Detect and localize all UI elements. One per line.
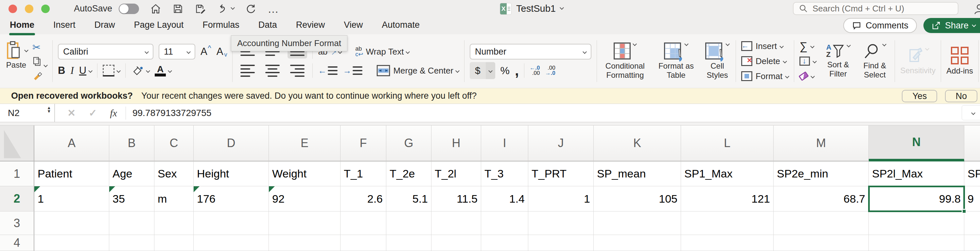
cell-C3[interactable] xyxy=(154,211,194,235)
cell-K2[interactable]: 105 xyxy=(594,186,681,211)
cell-D2[interactable]: 176 xyxy=(194,186,269,211)
cell-H4[interactable] xyxy=(431,235,481,251)
cell-A3[interactable] xyxy=(34,211,109,235)
fill-button[interactable] xyxy=(799,54,816,68)
column-header-A[interactable]: A xyxy=(34,126,109,162)
undo-icon[interactable] xyxy=(217,3,234,14)
cell-F3[interactable] xyxy=(340,211,386,235)
column-header-J[interactable]: J xyxy=(528,126,594,162)
cell-I2[interactable]: 1.4 xyxy=(481,186,528,211)
column-header-D[interactable]: D xyxy=(194,126,269,162)
home-icon[interactable] xyxy=(150,3,161,14)
row-header-4[interactable]: 4 xyxy=(0,235,34,251)
cell-H3[interactable] xyxy=(431,211,481,235)
cell-O1[interactable]: SP xyxy=(964,162,980,186)
yes-button[interactable]: Yes xyxy=(902,90,937,102)
increase-indent-button[interactable]: → xyxy=(343,66,363,76)
cell-C4[interactable] xyxy=(154,235,194,251)
underline-button[interactable]: U xyxy=(79,65,92,76)
increase-font-size-button[interactable]: A xyxy=(200,46,211,57)
cell-J1[interactable]: T_PRT xyxy=(528,162,594,186)
font-name-select[interactable]: Calibri xyxy=(58,44,153,59)
column-header-H[interactable]: H xyxy=(431,126,481,162)
cell-F1[interactable]: T_1 xyxy=(340,162,386,186)
column-header-F[interactable]: F xyxy=(340,126,386,162)
cell-L4[interactable] xyxy=(681,235,773,251)
cell-E2[interactable]: 92 xyxy=(269,186,340,211)
cell-D3[interactable] xyxy=(194,211,269,235)
name-box[interactable]: N2 ▲▼ xyxy=(0,104,55,122)
share-dropdown-icon[interactable] xyxy=(972,23,976,27)
clear-button[interactable] xyxy=(799,68,816,84)
tab-view[interactable]: View xyxy=(344,20,363,32)
close-window-button[interactable] xyxy=(8,5,17,13)
cell-F4[interactable] xyxy=(340,235,386,251)
addins-button[interactable]: Add-ins xyxy=(946,47,973,76)
tab-review[interactable]: Review xyxy=(296,20,325,32)
cell-C2[interactable]: m xyxy=(154,186,194,211)
fill-color-button[interactable] xyxy=(131,64,150,77)
cell-H1[interactable]: T_2l xyxy=(431,162,481,186)
cell-D4[interactable] xyxy=(194,235,269,251)
cell-D1[interactable]: Height xyxy=(194,162,269,186)
cell-H2[interactable]: 11.5 xyxy=(431,186,481,211)
cell-E3[interactable] xyxy=(269,211,340,235)
cell-G4[interactable] xyxy=(386,235,431,251)
align-center-button[interactable] xyxy=(262,62,282,79)
cell-C1[interactable]: Sex xyxy=(154,162,194,186)
name-box-stepper[interactable]: ▲▼ xyxy=(47,106,51,113)
document-title[interactable]: TestSub1 xyxy=(516,3,556,14)
no-button[interactable]: No xyxy=(945,90,977,102)
align-left-button[interactable] xyxy=(238,62,258,79)
paste-dropdown-icon[interactable] xyxy=(24,48,29,52)
fill-handle[interactable] xyxy=(962,209,967,214)
column-header-M[interactable]: M xyxy=(773,126,869,162)
delete-cells-button[interactable]: Delete xyxy=(741,54,789,68)
cell-N2[interactable]: 99.8 xyxy=(869,186,964,211)
document-title-area[interactable]: X TestSub1 xyxy=(500,0,563,17)
wrap-text-button[interactable]: abc↩ Wrap Text xyxy=(355,46,409,57)
row-header-3[interactable]: 3 xyxy=(0,211,34,235)
paste-button[interactable]: Paste xyxy=(5,40,28,70)
comma-style-button[interactable]: , xyxy=(515,67,519,74)
cell-K3[interactable] xyxy=(594,211,681,235)
tab-draw[interactable]: Draw xyxy=(94,20,115,32)
find-select-button[interactable]: Find & Select xyxy=(860,43,889,79)
cell-E4[interactable] xyxy=(269,235,340,251)
comments-button[interactable]: Comments xyxy=(843,18,917,33)
autosave-toggle[interactable] xyxy=(119,3,139,14)
conditional-formatting-button[interactable]: Conditional Formatting xyxy=(602,43,648,80)
cell-B1[interactable]: Age xyxy=(109,162,154,186)
enter-icon[interactable]: ✓ xyxy=(89,107,97,119)
font-color-button[interactable]: A xyxy=(155,65,172,76)
account-icon[interactable] xyxy=(973,3,980,17)
zoom-window-button[interactable] xyxy=(41,5,50,13)
share-button[interactable]: Share xyxy=(923,18,980,33)
cell-I3[interactable] xyxy=(481,211,528,235)
save-icon[interactable] xyxy=(172,3,183,14)
select-all-corner[interactable] xyxy=(0,126,34,162)
cell-A2[interactable]: 1 xyxy=(34,186,109,211)
cell-L1[interactable]: SP1_Max xyxy=(681,162,773,186)
insert-cells-button[interactable]: Insert xyxy=(741,38,789,54)
cell-O2[interactable]: 9 xyxy=(964,186,980,211)
align-right-button[interactable] xyxy=(288,62,307,79)
cell-I1[interactable]: T_3 xyxy=(481,162,528,186)
cell-N1[interactable]: SP2l_Max xyxy=(869,162,964,186)
cell-A1[interactable]: Patient xyxy=(34,162,109,186)
autosum-button[interactable]: ∑ xyxy=(799,38,816,54)
cell-B3[interactable] xyxy=(109,211,154,235)
cell-J2[interactable]: 1 xyxy=(528,186,594,211)
tab-page-layout[interactable]: Page Layout xyxy=(134,20,184,32)
cell-K4[interactable] xyxy=(594,235,681,251)
column-header-N[interactable]: N xyxy=(869,126,964,162)
undo-dropdown-icon[interactable] xyxy=(231,6,235,10)
decrease-font-size-button[interactable]: A xyxy=(216,46,228,57)
percent-style-button[interactable]: % xyxy=(501,65,510,77)
minimize-window-button[interactable] xyxy=(25,5,33,13)
sort-filter-button[interactable]: AZ Sort & Filter xyxy=(823,44,853,78)
cell-N4[interactable] xyxy=(869,235,964,251)
format-cells-button[interactable]: Format xyxy=(741,68,789,84)
row-header-2[interactable]: 2 xyxy=(0,186,34,211)
tab-formulas[interactable]: Formulas xyxy=(202,20,239,32)
